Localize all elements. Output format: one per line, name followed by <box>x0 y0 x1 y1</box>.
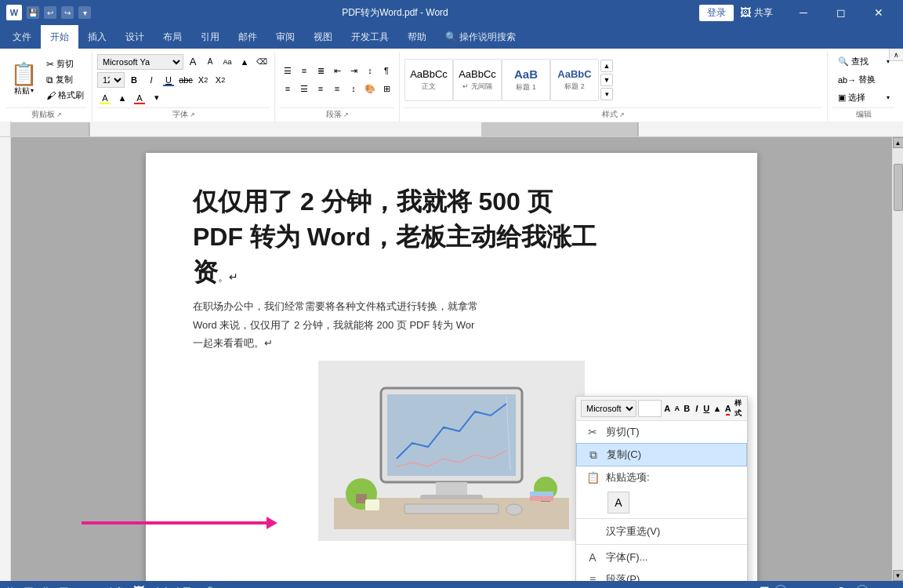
mini-highlight-button[interactable]: ▲ <box>713 400 723 417</box>
sort-button[interactable]: ↕ <box>362 63 378 78</box>
tab-insert[interactable]: 插入 <box>78 25 116 49</box>
login-button[interactable]: 登录 <box>699 5 734 21</box>
context-paste-options[interactable]: 📋 粘贴选项: <box>576 466 747 488</box>
tab-help[interactable]: 帮助 <box>398 25 436 49</box>
share-button[interactable]: 共享 <box>754 6 773 20</box>
mini-font-select[interactable]: Microsoft <box>581 400 636 417</box>
vertical-scrollbar[interactable]: ▲ ▼ <box>892 137 903 581</box>
minimize-button[interactable]: ─ <box>785 0 821 25</box>
scroll-up-button[interactable]: ▲ <box>893 137 904 148</box>
mini-fontcolor-button[interactable]: A <box>723 400 732 417</box>
zoom-in-button[interactable]: + <box>856 585 869 588</box>
format-painter-button[interactable]: 🖌 格式刷 <box>43 88 87 103</box>
style-normal[interactable]: AaBbCc 正文 <box>404 59 453 101</box>
print-layout-button[interactable]: ⊟ <box>731 585 741 588</box>
clipboard-expand-icon[interactable]: ↗ <box>56 111 62 118</box>
paragraph-expand-icon[interactable]: ↗ <box>343 111 349 118</box>
paste-option-1[interactable]: A <box>607 492 629 514</box>
line-spacing-button[interactable]: ↕ <box>346 81 361 96</box>
tab-developer[interactable]: 开发工具 <box>342 25 398 49</box>
select-icon: ▣ <box>838 93 846 103</box>
scroll-thumb[interactable] <box>894 164 903 211</box>
multilevel-list-button[interactable]: ≣ <box>313 63 328 78</box>
bullets-button[interactable]: ☰ <box>280 63 296 78</box>
mini-font-size[interactable] <box>638 400 662 417</box>
undo-button[interactable]: ↩ <box>44 6 56 19</box>
align-right-button[interactable]: ≡ <box>313 81 328 96</box>
document-area[interactable]: 仅仅用了 2 分钟，我就将 500 页 PDF 转为 Word，老板主动给我涨工… <box>11 137 892 581</box>
tab-design[interactable]: 设计 <box>116 25 154 49</box>
save-button[interactable]: 💾 <box>27 6 39 19</box>
font-size-input[interactable]: 12 11 14 <box>97 72 125 88</box>
web-view-button[interactable]: ⊞ <box>745 585 755 588</box>
font-size-up-button[interactable]: A <box>185 54 201 70</box>
scroll-down-button[interactable]: ▼ <box>893 570 904 581</box>
tab-home[interactable]: 开始 <box>41 25 78 49</box>
font-expand-icon[interactable]: ↗ <box>190 111 195 118</box>
align-center-button[interactable]: ☰ <box>296 81 312 96</box>
subscript-button[interactable]: X2 <box>195 72 211 88</box>
customize-button[interactable]: ▾ <box>78 6 91 19</box>
highlight-button[interactable]: A <box>97 90 113 106</box>
outline-view-button[interactable]: ☰ <box>760 585 770 588</box>
italic-button[interactable]: I <box>143 72 159 88</box>
font-color-button[interactable]: A <box>132 90 147 106</box>
styles-expand-icon[interactable]: ↗ <box>619 111 625 118</box>
mini-styles-button[interactable]: 样式 <box>734 400 742 417</box>
mini-underline-button[interactable]: U <box>702 400 711 417</box>
strikethrough-button[interactable]: abc <box>178 72 194 88</box>
bold-button[interactable]: B <box>126 72 142 88</box>
style-heading2[interactable]: AaBbC 标题 2 <box>550 59 599 101</box>
context-paragraph[interactable]: ≡ 段落(P)... <box>576 568 747 581</box>
tab-file[interactable]: 文件 <box>3 25 41 49</box>
font-color-dropdown[interactable]: ▾ <box>149 90 165 106</box>
restore-button[interactable]: ◻ <box>823 0 859 25</box>
zoom-out-button[interactable]: − <box>774 585 787 588</box>
superscript-button[interactable]: X2 <box>212 72 228 88</box>
redo-button[interactable]: ↪ <box>61 6 74 19</box>
ribbon-collapse-button[interactable]: ∧ <box>889 49 903 61</box>
context-hanzi[interactable]: 汉字重选(V) <box>576 521 747 543</box>
style-heading1[interactable]: AaB 标题 1 <box>502 59 550 101</box>
context-cut[interactable]: ✂ 剪切(T) <box>576 421 747 443</box>
scroll-track[interactable] <box>893 148 904 570</box>
find-button[interactable]: 🔍 查找 ▾ <box>832 53 895 70</box>
tab-search[interactable]: 🔍 操作说明搜索 <box>436 25 525 49</box>
copy-button[interactable]: ⧉ 复制 <box>43 72 87 87</box>
tab-review[interactable]: 审阅 <box>267 25 304 49</box>
style-no-spacing[interactable]: AaBbCc ↵ 无间隔 <box>453 59 502 101</box>
borders-button[interactable]: ⊞ <box>379 81 394 96</box>
replace-button[interactable]: ab→ 替换 <box>832 71 895 88</box>
styles-scroll-up[interactable]: ▲ <box>600 60 613 72</box>
tab-mailings[interactable]: 邮件 <box>229 25 267 49</box>
close-button[interactable]: ✕ <box>861 0 897 25</box>
context-font[interactable]: A 字体(F)... <box>576 546 747 568</box>
decrease-indent-button[interactable]: ⇤ <box>329 63 345 78</box>
tab-references[interactable]: 引用 <box>191 25 229 49</box>
aa-button[interactable]: Aa <box>219 54 235 70</box>
shading-para-button[interactable]: 🎨 <box>362 81 378 96</box>
show-marks-button[interactable]: ¶ <box>379 63 394 78</box>
increase-indent-button[interactable]: ⇥ <box>346 63 361 78</box>
justify-button[interactable]: ≡ <box>329 81 345 96</box>
paste-button[interactable]: 📋 粘贴 ▾ <box>6 61 42 99</box>
text-effects-button[interactable]: ▲ <box>237 54 252 70</box>
shading-button[interactable]: ▲ <box>114 90 130 106</box>
underline-button[interactable]: U <box>161 72 176 88</box>
align-left-button[interactable]: ≡ <box>280 81 296 96</box>
select-button[interactable]: ▣ 选择 ▾ <box>832 89 895 106</box>
font-size-down-button[interactable]: A <box>202 54 218 70</box>
clear-format-button[interactable]: ⌫ <box>254 54 270 70</box>
font-family-select[interactable]: Microsoft Ya <box>97 54 183 70</box>
styles-expand[interactable]: ▾ <box>600 88 613 100</box>
mini-bold-button[interactable]: B <box>683 400 691 417</box>
mini-italic-button[interactable]: I <box>693 400 702 417</box>
context-copy[interactable]: ⧉ 复制(C) <box>576 443 747 466</box>
mini-font-up[interactable]: A <box>663 400 672 417</box>
cut-button[interactable]: ✂ 剪切 <box>43 56 87 71</box>
mini-font-down[interactable]: A <box>673 400 682 417</box>
numbering-button[interactable]: ≡ <box>296 63 312 78</box>
styles-scroll-down[interactable]: ▼ <box>600 74 613 86</box>
tab-view[interactable]: 视图 <box>304 25 342 49</box>
tab-layout[interactable]: 布局 <box>154 25 191 49</box>
